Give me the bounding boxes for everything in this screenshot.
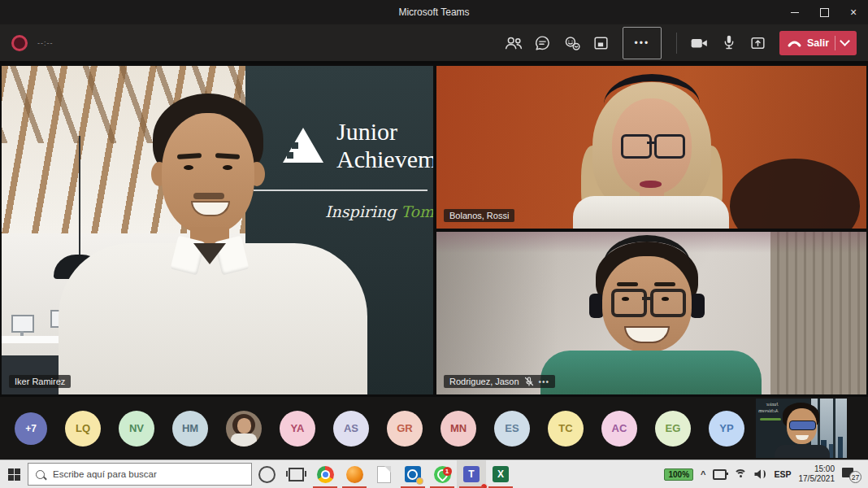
person-eyebrow — [654, 282, 675, 286]
teams-icon: T — [463, 466, 480, 482]
taskbar-excel[interactable]: X — [486, 460, 515, 488]
start-button[interactable] — [0, 460, 28, 488]
mirrored-line: Junior — [758, 401, 779, 407]
search-input[interactable] — [51, 468, 244, 480]
hidden-icons-chevron[interactable]: ^ — [701, 469, 705, 479]
popout-window-button[interactable] — [587, 28, 616, 58]
wifi-icon[interactable] — [734, 469, 747, 479]
clock[interactable]: 15:00 17/5/2021 — [799, 464, 835, 485]
taskbar-outlook[interactable] — [398, 460, 427, 488]
close-button[interactable]: × — [839, 0, 868, 24]
person-eye — [622, 297, 629, 301]
participant-name-tag: Bolanos, Rossi — [444, 209, 514, 222]
glasses-glare — [789, 420, 816, 430]
participant-avatar[interactable]: TC — [548, 411, 584, 447]
volume-icon[interactable] — [754, 469, 766, 479]
taskbar-firefox[interactable] — [340, 460, 369, 488]
participant-avatar[interactable]: GR — [387, 411, 423, 447]
chat-button[interactable] — [528, 28, 558, 58]
maximize-button[interactable] — [809, 0, 839, 24]
overflow-participants-badge[interactable]: +7 — [15, 412, 47, 445]
battery-indicator[interactable]: 100% — [664, 468, 693, 481]
toolbar-actions: ••• Salir — [499, 27, 857, 59]
wall-shadow — [436, 232, 558, 394]
participant-avatar[interactable]: NV — [119, 411, 154, 447]
taskbar-document[interactable] — [369, 460, 398, 488]
participant-name: Rodriguez, Jason — [449, 377, 519, 386]
windows-logo-icon — [8, 468, 20, 481]
leave-call-divider — [835, 36, 835, 50]
person-lips — [640, 181, 662, 188]
mirrored-line: Achievem — [758, 407, 779, 414]
microphone-button[interactable] — [714, 28, 744, 58]
share-screen-button[interactable] — [744, 28, 773, 58]
hangup-icon — [788, 39, 801, 47]
banner-tagline: Inspiring Tomorrow — [325, 203, 433, 220]
participant-avatar-photo[interactable] — [226, 411, 262, 447]
taskbar-chrome[interactable] — [310, 460, 340, 488]
task-view-icon — [289, 468, 304, 481]
participant-name-tag: Rodriguez, Jason ••• — [444, 375, 555, 388]
more-actions-button[interactable]: ••• — [623, 27, 662, 59]
self-view-tile[interactable]: Junior Achievem — [756, 399, 847, 458]
glasses-lens — [650, 289, 686, 317]
window-titlebar: Microsoft Teams × — [0, 0, 868, 24]
glasses-lens — [621, 134, 652, 159]
mirrored-tagline-mark — [760, 418, 781, 420]
reactions-button[interactable] — [558, 28, 587, 58]
window-blinds — [770, 232, 866, 394]
participant-avatar[interactable]: LQ — [65, 411, 101, 447]
participants-strip: +7 LQ NV HM YA AS GR MN ES TC AC EG YP J… — [0, 397, 868, 460]
document-icon — [377, 466, 391, 483]
chat-icon — [534, 35, 551, 51]
reactions-icon — [563, 35, 581, 51]
banner-text-achievement: Achievement — [336, 147, 433, 172]
cortana-button[interactable] — [252, 460, 281, 488]
action-center-button[interactable]: 27 — [842, 466, 860, 482]
participant-avatar[interactable]: AC — [601, 411, 637, 447]
tray-time: 15:00 — [814, 464, 835, 473]
participants-icon — [505, 35, 523, 51]
logo-notch — [292, 142, 298, 149]
minimize-button[interactable] — [780, 0, 809, 24]
taskbar-whatsapp[interactable]: 1 — [427, 460, 457, 488]
video-tile-jason[interactable]: Rodriguez, Jason ••• — [436, 232, 866, 394]
power-icon[interactable] — [713, 469, 727, 480]
taskbar-search[interactable] — [28, 463, 252, 486]
desk-monitor — [11, 315, 34, 333]
mirrored-banner-text: Junior Achievem — [758, 401, 779, 414]
video-stage: Junior Achievement Inspiring Tomorrow Ik… — [0, 63, 868, 397]
search-icon — [36, 470, 45, 479]
participant-avatar[interactable]: MN — [441, 411, 476, 447]
participant-avatar[interactable]: YP — [709, 411, 744, 447]
avatar-body — [231, 434, 257, 447]
person-shirt — [573, 196, 729, 229]
participant-avatar[interactable]: AS — [333, 411, 369, 447]
glasses-lens — [611, 289, 647, 317]
language-indicator[interactable]: ESP — [774, 469, 791, 479]
logo-notch — [287, 152, 293, 159]
participants-button[interactable] — [499, 28, 528, 58]
window-mullion — [833, 399, 835, 458]
participant-avatar[interactable]: YA — [280, 411, 315, 447]
leave-call-button[interactable]: Salir — [779, 31, 857, 55]
person-shirt — [540, 351, 762, 394]
participant-avatar[interactable]: HM — [172, 411, 208, 447]
participant-avatar[interactable]: ES — [494, 411, 530, 447]
camera-button[interactable] — [685, 28, 714, 58]
chevron-down-icon[interactable] — [840, 36, 850, 46]
mic-muted-icon — [524, 377, 534, 386]
video-tile-iker[interactable]: Junior Achievement Inspiring Tomorrow Ik… — [2, 66, 433, 394]
tile-more-icon[interactable]: ••• — [539, 377, 550, 386]
taskbar-teams[interactable]: T — [457, 460, 486, 488]
banner-text-junior: Junior — [336, 120, 397, 144]
share-screen-icon — [749, 35, 766, 51]
task-view-button[interactable] — [281, 460, 310, 488]
chrome-icon — [317, 466, 334, 483]
participant-name: Iker Ramirez — [15, 377, 65, 386]
avatar-face — [237, 418, 251, 434]
video-tile-rossi[interactable]: Bolanos, Rossi — [436, 66, 866, 229]
tagline-white: Inspiring — [325, 203, 401, 220]
person-eyebrow — [617, 282, 638, 286]
participant-avatar[interactable]: EG — [655, 411, 691, 447]
